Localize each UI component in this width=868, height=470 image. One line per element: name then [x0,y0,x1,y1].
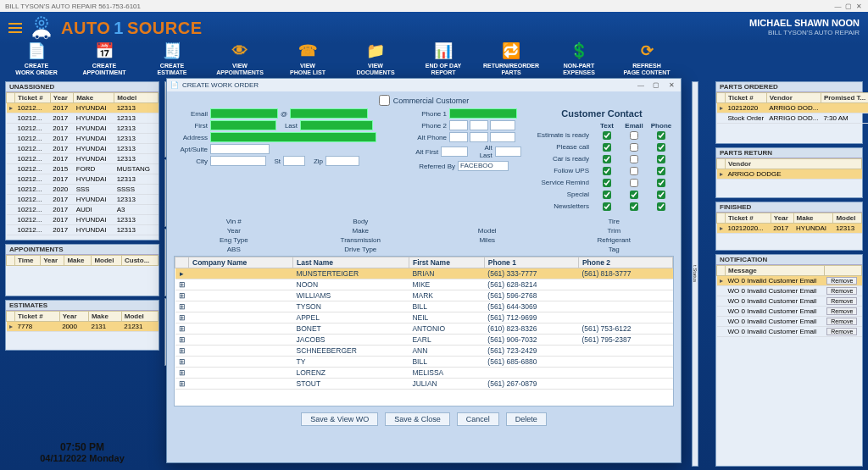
contact-email-checkbox[interactable] [630,191,638,199]
estimates-grid[interactable]: Ticket #YearMakeModel▸77782000213121231 [6,311,159,332]
delete-button[interactable]: Delete [506,412,547,426]
parts-ordered-grid[interactable]: Ticket #VendorPromised T...▸10212020ARRI… [716,92,868,124]
table-row[interactable]: 10212...2017AUDIA3 [7,205,159,215]
toolbar-item-1[interactable]: 📅CREATEAPPOINTMENT [78,46,131,76]
notification-row[interactable]: WO 0 Invalid Customer EmailRemove [717,307,862,317]
toolbar-item-7[interactable]: 🔁RETURN/REORDERPARTS [485,46,537,76]
remove-button[interactable]: Remove [826,277,857,285]
referred-by-select[interactable]: FACEBOO [458,161,509,171]
contact-phone-checkbox[interactable] [657,167,665,175]
last-input[interactable] [300,120,373,130]
commercial-customer-checkbox[interactable] [379,95,390,106]
contact-text-checkbox[interactable] [603,191,611,199]
city-input[interactable] [210,156,266,166]
contact-email-checkbox[interactable] [630,143,638,152]
contact-phone-checkbox[interactable] [657,155,665,163]
modal-minimize-icon[interactable]: — [635,81,647,89]
notification-row[interactable]: WO 0 Invalid Customer EmailRemove [717,317,862,327]
customer-row[interactable]: ⊞SCHNEEBERGERANN(561) 723-2429 [175,346,673,357]
table-row[interactable]: 10212...2017HYUNDAI12313 [7,174,159,185]
email-user-input[interactable] [210,108,278,119]
table-row[interactable]: ▸77782000213121231 [7,322,159,332]
customer-row[interactable]: ⊞JACOBSEARL(561) 906-7032(561) 795-2387 [175,335,673,346]
table-row[interactable]: ▸10212020...2017HYUNDAI12313 [717,224,862,234]
table-row[interactable]: ▸10212...2017HYUNDAI12313 [7,103,159,113]
table-row[interactable]: 10212...2017HYUNDAI12313 [7,113,159,124]
maximize-icon[interactable]: ▢ [844,3,853,10]
customer-row[interactable]: ⊞NOONMIKE(561) 628-8214 [175,279,673,290]
notification-row[interactable]: WO 0 Invalid Customer EmailRemove [717,286,862,296]
email-domain-input[interactable] [290,108,368,119]
contact-phone-checkbox[interactable] [657,191,665,199]
hamburger-icon[interactable] [8,23,22,33]
contact-text-checkbox[interactable] [603,143,611,152]
save-close-button[interactable]: Save & Close [385,412,450,426]
zip-input[interactable] [326,156,359,166]
contact-text-checkbox[interactable] [603,202,611,211]
contact-text-checkbox[interactable] [603,179,611,187]
customer-table[interactable]: Company NameLast NameFirst NamePhone 1Ph… [175,257,673,390]
alt-first-input[interactable] [441,147,467,157]
table-row[interactable]: ▸10212020ARRIGO DOD... [717,103,869,113]
remove-button[interactable]: Remove [826,297,857,305]
contact-phone-checkbox[interactable] [657,143,665,152]
aptsuite-input[interactable] [210,144,270,154]
table-row[interactable]: 10212...2017HYUNDAI12313 [7,195,159,205]
contact-email-checkbox[interactable] [630,131,638,140]
contact-phone-checkbox[interactable] [657,131,665,140]
toolbar-item-8[interactable]: 💲NON-PARTEXPENSES [553,46,605,76]
notification-grid[interactable]: Message▸WO 0 Invalid Customer EmailRemov… [716,265,862,337]
table-row[interactable]: 10212...2017HYUNDAI12313 [7,225,159,235]
table-row[interactable]: 10212...2020SSSSSSS [7,185,159,195]
remove-button[interactable]: Remove [826,328,857,335]
contact-text-checkbox[interactable] [603,155,611,163]
table-row[interactable]: 10212...2017HYUNDAI12313 [7,154,159,164]
cancel-button[interactable]: Cancel [457,412,499,426]
table-row[interactable]: Stock OrderARRIGO DOD...7:30 AM [717,113,869,124]
contact-phone-checkbox[interactable] [657,202,665,211]
contact-text-checkbox[interactable] [603,167,611,175]
contact-text-checkbox[interactable] [603,131,611,140]
finished-grid[interactable]: Ticket #YearMakeModel▸10212020...2017HYU… [716,213,862,234]
contact-email-checkbox[interactable] [630,167,638,175]
first-input[interactable] [210,120,276,130]
st-input[interactable] [283,156,305,166]
minimize-icon[interactable]: — [834,3,843,10]
table-row[interactable]: 10212...2017HYUNDAI12313 [7,144,159,154]
customer-row[interactable]: ⊞TYBILL(561) 685-6880 [175,357,673,368]
notification-row[interactable]: WO 0 Invalid Customer EmailRemove [717,296,862,307]
contact-email-checkbox[interactable] [630,202,638,211]
customer-row[interactable]: ⊞APPELNEIL(561) 712-9699 [175,312,673,323]
remove-button[interactable]: Remove [826,318,857,325]
table-row[interactable]: ▸ARRIGO DODGE [717,169,862,180]
customer-row[interactable]: ⊞WILLIAMSMARK(561) 596-2768 [175,290,673,301]
appointments-grid[interactable]: TimeYearMakeModelCusto... [6,255,159,266]
contact-phone-checkbox[interactable] [657,179,665,187]
address-input[interactable] [210,132,376,142]
toolbar-item-5[interactable]: 📁VIEWDOCUMENTS [349,46,402,76]
toolbar-item-9[interactable]: ⟳REFRESHPAGE CONTENT [620,46,673,76]
table-row[interactable]: 10212...2017HYUNDAI12313 [7,134,159,144]
customer-row[interactable]: ▸MUNSTERTEIGERBRIAN(561) 333-7777(561) 8… [175,268,673,279]
phone1-input[interactable] [449,108,517,119]
toolbar-item-0[interactable]: 📄CREATEWORK ORDER [10,46,63,76]
customer-row[interactable]: ⊞BONETANTONIO(610) 823-8326(561) 753-612… [175,323,673,335]
table-row[interactable]: 10212...2015FORDMUSTANG [7,164,159,174]
phone2-input[interactable] [449,120,515,130]
modal-close-icon[interactable]: ✕ [665,81,677,89]
remove-button[interactable]: Remove [826,307,857,315]
parts-return-grid[interactable]: Vendor▸ARRIGO DODGE [716,158,862,180]
customer-row[interactable]: ⊞TYSONBILL(561) 644-3069 [175,301,673,312]
unassigned-grid[interactable]: Ticket #YearMakeModel▸10212...2017HYUNDA… [6,92,159,235]
save-view-wo-button[interactable]: Save & View WO [301,412,378,426]
toolbar-item-2[interactable]: 🧾CREATEESTIMATE [146,46,198,76]
table-row[interactable]: 10212...2017HYUNDAI12313 [7,215,159,225]
table-row[interactable]: 10212...2017HYUNDAI12313 [7,124,159,134]
close-icon[interactable]: ✕ [854,3,863,10]
contact-email-checkbox[interactable] [630,179,638,187]
customer-row[interactable]: ⊞LORENZMELISSA [175,368,673,379]
contact-email-checkbox[interactable] [630,155,638,163]
modal-maximize-icon[interactable]: ▢ [650,81,662,89]
toolbar-item-4[interactable]: ☎VIEWPHONE LIST [281,46,334,76]
toolbar-item-6[interactable]: 📊END OF DAYREPORT [417,46,470,76]
